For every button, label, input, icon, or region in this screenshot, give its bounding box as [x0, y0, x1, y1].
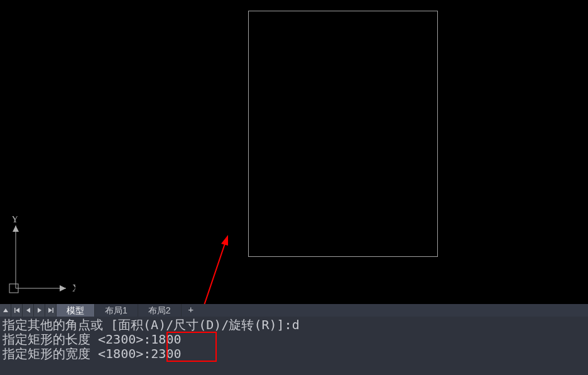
cmd-value-3: 2300 — [151, 347, 181, 361]
ucs-x-label: X — [72, 283, 75, 293]
cmd-prompt-1: 指定其他的角点或 [面积(A)/尺寸(D)/旋转(R)]: — [3, 318, 292, 332]
svg-marker-12 — [48, 308, 52, 313]
layout-tab-bar: 模型 布局1 布局2 + — [0, 304, 588, 317]
tab-last-button[interactable] — [45, 304, 57, 317]
tab-add-button[interactable]: + — [182, 304, 200, 317]
tab-layout1[interactable]: 布局1 — [95, 304, 138, 317]
cmd-value-2: 1800 — [151, 332, 181, 347]
tab-next-button[interactable] — [34, 304, 45, 317]
svg-rect-8 — [14, 308, 16, 313]
svg-marker-1 — [60, 285, 66, 291]
tab-model[interactable]: 模型 — [57, 304, 95, 317]
svg-rect-13 — [52, 308, 53, 313]
svg-marker-7 — [3, 308, 8, 312]
drawn-rectangle[interactable] — [248, 11, 438, 257]
svg-marker-9 — [16, 308, 19, 313]
command-history-line: 指定矩形的宽度 <1800>: 2300 — [3, 347, 585, 361]
cmd-prompt-3: 指定矩形的宽度 <1800>: — [3, 347, 151, 361]
tab-prev-button[interactable] — [23, 304, 34, 317]
svg-marker-3 — [13, 226, 19, 232]
command-line-area[interactable]: 指定其他的角点或 [面积(A)/尺寸(D)/旋转(R)]: d 指定矩形的长度 … — [0, 317, 588, 375]
tab-first-button[interactable] — [11, 304, 23, 317]
tab-layout2[interactable]: 布局2 — [138, 304, 182, 317]
command-history-line: 指定其他的角点或 [面积(A)/尺寸(D)/旋转(R)]: d — [3, 318, 585, 332]
cmd-prompt-2: 指定矩形的长度 <2300>: — [3, 332, 151, 347]
drawing-canvas[interactable]: X Y — [0, 0, 588, 304]
svg-marker-11 — [38, 308, 41, 313]
command-history-line: 指定矩形的长度 <2300>: 1800 — [3, 332, 585, 347]
svg-marker-6 — [221, 235, 228, 246]
svg-marker-10 — [26, 308, 30, 313]
cmd-value-1: d — [292, 318, 300, 332]
ucs-icon: X Y — [6, 216, 75, 298]
ucs-y-label: Y — [11, 216, 19, 224]
tab-menu-button[interactable] — [0, 304, 11, 317]
